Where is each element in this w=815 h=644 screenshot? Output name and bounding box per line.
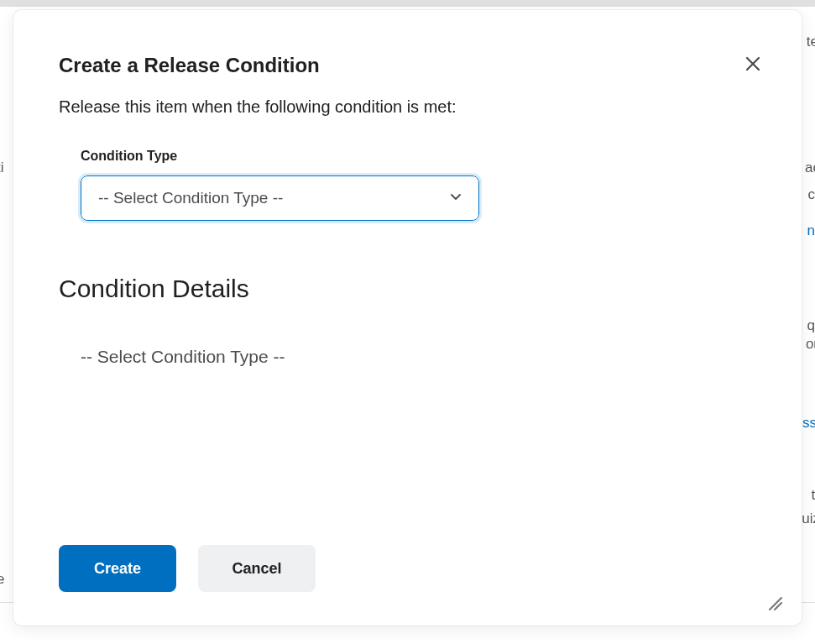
condition-type-field: Condition Type -- Select Condition Type … [59,149,768,221]
cancel-button[interactable]: Cancel [198,545,316,592]
condition-details-placeholder: -- Select Condition Type -- [59,347,768,367]
condition-type-label: Condition Type [81,149,768,164]
close-button[interactable] [738,50,768,81]
dialog-footer: Create Cancel [59,545,768,592]
condition-type-selected-value: -- Select Condition Type -- [98,189,283,207]
create-button[interactable]: Create [59,545,176,592]
resize-handle-icon[interactable] [765,591,783,617]
condition-type-select[interactable]: -- Select Condition Type -- [81,175,479,221]
condition-type-select-wrap: -- Select Condition Type -- [81,175,479,221]
close-icon [745,55,760,76]
dialog-subheading: Release this item when the following con… [59,97,768,117]
condition-details-heading: Condition Details [59,275,768,303]
release-condition-dialog: Create a Release Condition Release this … [13,10,802,626]
dialog-header: Create a Release Condition [59,50,768,81]
dialog-title: Create a Release Condition [59,54,320,77]
